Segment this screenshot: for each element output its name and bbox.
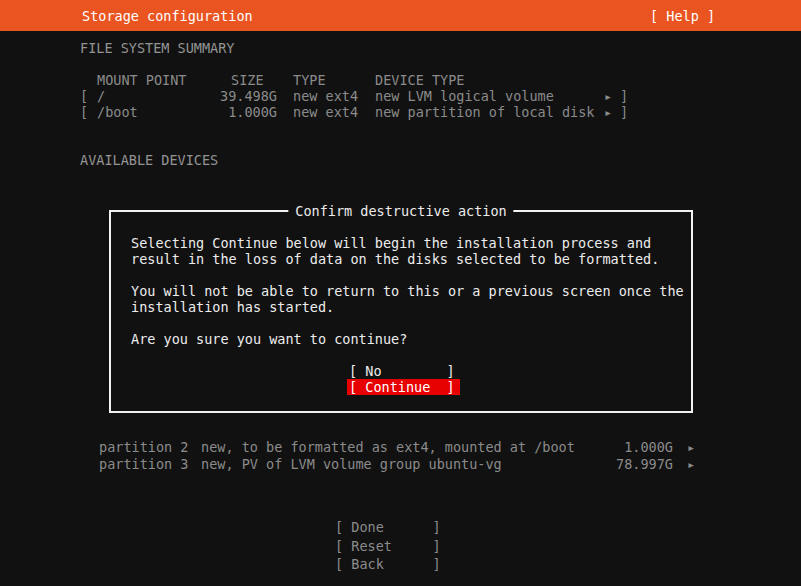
list-item-partition-2[interactable]: partition 2 new, to be formatted as ext4… [99, 439, 719, 455]
column-header-device-type: DEVICE TYPE [375, 72, 464, 88]
partition-size: 1.000G [573, 439, 673, 455]
column-header-type: TYPE [293, 72, 326, 88]
continue-button[interactable]: [ Continue ] [347, 379, 460, 395]
continue-button-label: [ Continue ] [349, 379, 455, 395]
dialog-text-line: Selecting Continue below will begin the … [131, 235, 651, 251]
size-value: 39.498G [190, 88, 277, 104]
section-heading-available-devices: AVAILABLE DEVICES [80, 152, 218, 168]
column-header-size: SIZE [231, 72, 264, 88]
dialog-text-line: Are you sure you want to continue? [131, 331, 407, 347]
titlebar: Storage configuration [ Help ] [0, 0, 801, 31]
dialog-text-line: You will not be able to return to this o… [131, 283, 684, 299]
table-row-root[interactable]: [ / 39.498G new ext4 new LVM logical vol… [80, 88, 640, 104]
submenu-arrow-icon: ▸ [604, 88, 612, 104]
confirm-destructive-action-dialog: Confirm destructive action Selecting Con… [109, 210, 693, 413]
list-item-partition-3[interactable]: partition 3 new, PV of LVM volume group … [99, 456, 719, 472]
mount-point-value: /boot [97, 104, 138, 120]
device-type-value: new LVM logical volume [375, 88, 554, 104]
partition-size: 78.997G [573, 456, 673, 472]
partition-detail: new, PV of LVM volume group ubuntu-vg [201, 456, 502, 472]
back-button[interactable]: [ Back ] [335, 556, 441, 572]
submenu-arrow-icon: ▸ [687, 439, 695, 455]
dialog-text-line: result in the loss of data on the disks … [131, 251, 659, 267]
submenu-arrow-icon: ▸ [687, 456, 695, 472]
mount-point-value: / [97, 88, 105, 104]
column-header-mount-point: MOUNT POINT [97, 72, 186, 88]
partition-label: partition 3 [99, 456, 188, 472]
bracket-open: [ [80, 88, 88, 104]
type-value: new ext4 [293, 104, 358, 120]
page-title: Storage configuration [82, 8, 253, 24]
bracket-open: [ [80, 104, 88, 120]
help-button[interactable]: [ Help ] [650, 8, 715, 24]
section-heading-filesystem-summary: FILE SYSTEM SUMMARY [80, 40, 234, 56]
reset-button[interactable]: [ Reset ] [335, 538, 441, 554]
bracket-close: ] [620, 104, 628, 120]
partition-label: partition 2 [99, 439, 188, 455]
bracket-close: ] [620, 88, 628, 104]
done-button[interactable]: [ Done ] [335, 519, 441, 535]
submenu-arrow-icon: ▸ [604, 104, 612, 120]
dialog-title: Confirm destructive action [288, 203, 513, 219]
type-value: new ext4 [293, 88, 358, 104]
device-type-value: new partition of local disk [375, 104, 594, 120]
no-button[interactable]: [ No ] [349, 363, 455, 379]
size-value: 1.000G [190, 104, 277, 120]
table-row-boot[interactable]: [ /boot 1.000G new ext4 new partition of… [80, 104, 640, 120]
installer-screen: Storage configuration [ Help ] FILE SYST… [0, 0, 801, 586]
partition-detail: new, to be formatted as ext4, mounted at… [201, 439, 575, 455]
dialog-text-line: installation has started. [131, 299, 334, 315]
summary-table-header: MOUNT POINT SIZE TYPE DEVICE TYPE [80, 72, 640, 88]
